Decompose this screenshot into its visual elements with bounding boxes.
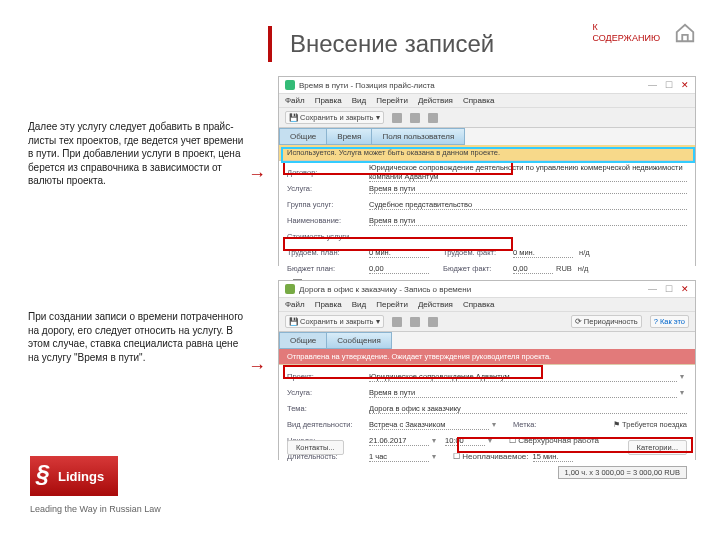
arrow-icon: → [248, 356, 266, 377]
screenshot-time-entry: Дорога в офис к заказчику - Запись о вре… [278, 280, 696, 460]
tab-userfields[interactable]: Поля пользователя [371, 128, 465, 145]
window-titlebar: Время в пути - Позиция прайс-листа —☐✕ [279, 77, 695, 94]
nd-badge: н/д [579, 248, 603, 257]
tab-general[interactable]: Общие [279, 128, 326, 145]
save-close-button[interactable]: 💾 Сохранить и закрыть ▾ [285, 111, 384, 124]
label-name: Наименование: [287, 216, 369, 225]
window-titlebar: Дорога в офис к заказчику - Запись о вре… [279, 281, 695, 298]
toolbar-icon[interactable] [428, 317, 438, 327]
highlight-service [283, 161, 513, 175]
menu-actions[interactable]: Действия [418, 96, 453, 105]
field-laborfact[interactable]: 0 мин. [513, 247, 573, 258]
menu-file[interactable]: Файл [285, 300, 305, 309]
logo-symbol: § [36, 460, 49, 488]
home-icon[interactable] [674, 22, 696, 44]
paragraph-2: При создании записи о времени потраченно… [28, 310, 248, 364]
menu-help[interactable]: Справка [463, 96, 494, 105]
minimize-icon[interactable]: — [648, 284, 657, 294]
label-activity: Вид деятельности: [287, 420, 369, 429]
field-activity[interactable]: Встреча с Заказчиком [369, 419, 489, 430]
field-group[interactable]: Судебное представительство [369, 199, 687, 210]
label-budgetfact: Бюджет факт: [443, 264, 513, 273]
help-button[interactable]: ? Как это [650, 315, 689, 328]
periodicity-button[interactable]: ⟳ Периодичность [571, 315, 642, 328]
logo-text: Lidings [58, 469, 104, 484]
label-service: Услуга: [287, 388, 369, 397]
tabs: Общие Сообщения [279, 332, 695, 349]
label-subject: Тема: [287, 404, 369, 413]
page-title-bar: Внесение записей [268, 26, 494, 62]
toc-link[interactable]: К СОДЕРЖАНИЮ [593, 22, 660, 44]
app-icon [285, 80, 295, 90]
screenshot-price-list: Время в пути - Позиция прайс-листа —☐✕ Ф… [278, 76, 696, 266]
field-subject[interactable]: Дорога в офис к заказчику [369, 403, 687, 414]
label-service: Услуга: [287, 184, 369, 193]
close-icon[interactable]: ✕ [681, 80, 689, 90]
toolbar-icon[interactable] [428, 113, 438, 123]
menubar: Файл Правка Вид Перейти Действия Справка [279, 94, 695, 108]
menu-goto[interactable]: Перейти [376, 96, 408, 105]
label-group: Группа услуг: [287, 200, 369, 209]
tab-time[interactable]: Время [326, 128, 371, 145]
save-close-button[interactable]: 💾 Сохранить и закрыть ▾ [285, 315, 384, 328]
menu-actions[interactable]: Действия [418, 300, 453, 309]
maximize-icon[interactable]: ☐ [665, 284, 673, 294]
field-name[interactable]: Время в пути [369, 215, 687, 226]
nd-badge: н/д [578, 264, 602, 273]
menu-view[interactable]: Вид [352, 300, 366, 309]
menu-edit[interactable]: Правка [315, 300, 342, 309]
contacts-button[interactable]: Контакты... [287, 440, 344, 455]
menu-view[interactable]: Вид [352, 96, 366, 105]
menu-edit[interactable]: Правка [315, 96, 342, 105]
highlight-calc [457, 437, 693, 453]
close-icon[interactable]: ✕ [681, 284, 689, 294]
form: Проект:Юридическое сопровождение Адванту… [279, 365, 695, 485]
menu-file[interactable]: Файл [285, 96, 305, 105]
title-accent [268, 26, 272, 62]
tab-general[interactable]: Общие [279, 332, 326, 349]
calc-display: 1,00 ч. x 3 000,00 = 3 000,00 RUB [558, 466, 687, 479]
highlight-contract [281, 147, 695, 163]
menu-help[interactable]: Справка [463, 300, 494, 309]
toolbar-icon[interactable] [392, 113, 402, 123]
toolbar-icon[interactable] [392, 317, 402, 327]
menu-goto[interactable]: Перейти [376, 300, 408, 309]
field-service[interactable]: Время в пути [369, 387, 677, 398]
menubar: Файл Правка Вид Перейти Действия Справка [279, 298, 695, 312]
page-title: Внесение записей [290, 30, 494, 58]
label-budgetplan: Бюджет план: [287, 264, 369, 273]
maximize-icon[interactable]: ☐ [665, 80, 673, 90]
highlight-service [283, 365, 543, 379]
field-service[interactable]: Время в пути [369, 183, 687, 194]
minimize-icon[interactable]: — [648, 80, 657, 90]
field-budgetplan[interactable]: 0,00 [369, 263, 429, 274]
app-icon [285, 284, 295, 294]
status-banner: Отправлена на утверждение. Ожидает утвер… [279, 349, 695, 365]
tabs: Общие Время Поля пользователя [279, 128, 695, 145]
field-budgetfact[interactable]: 0,00 [513, 263, 553, 274]
tab-messages[interactable]: Сообщения [326, 332, 391, 349]
tagline: Leading the Way in Russian Law [30, 504, 161, 514]
label-tag: Метка: [513, 420, 553, 429]
highlight-price [283, 237, 513, 251]
logo: § Lidings [30, 456, 118, 496]
toolbar: 💾 Сохранить и закрыть ▾ [279, 108, 695, 128]
toolbar-icon[interactable] [410, 317, 420, 327]
toolbar-icon[interactable] [410, 113, 420, 123]
arrow-icon: → [248, 164, 266, 185]
paragraph-1: Далее эту услугу следует добавить в прай… [28, 120, 248, 188]
toolbar: 💾 Сохранить и закрыть ▾ ⟳ Периодичность … [279, 312, 695, 332]
